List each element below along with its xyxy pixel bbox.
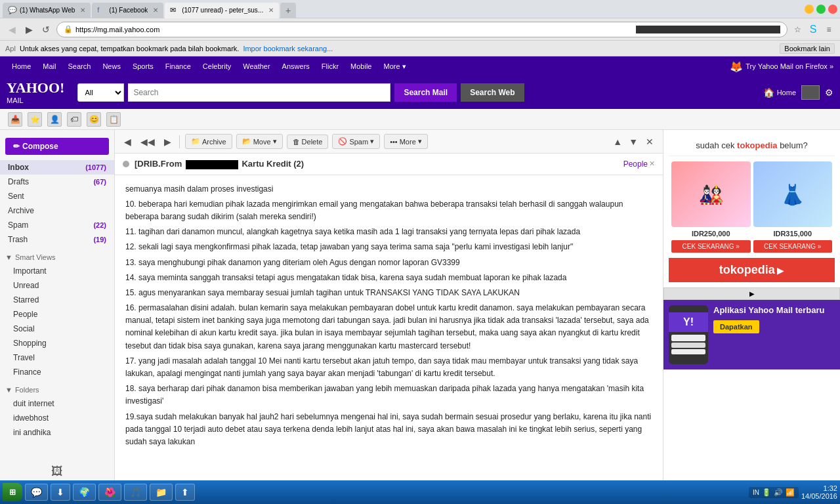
folder-duit[interactable]: duit internet bbox=[0, 396, 114, 411]
apps-icon[interactable]: Apl bbox=[5, 45, 16, 52]
refresh-button[interactable]: ↺ bbox=[39, 23, 52, 36]
address-bar[interactable]: 🔒 bbox=[56, 22, 788, 37]
sidebar-inbox[interactable]: Inbox (1077) bbox=[0, 160, 114, 175]
back-button[interactable]: ◀ bbox=[5, 23, 18, 36]
taskbar-flower[interactable]: 🌺 bbox=[98, 484, 121, 501]
sidebar-drafts[interactable]: Drafts (67) bbox=[0, 175, 114, 189]
smart-view-starred[interactable]: Starred bbox=[0, 293, 114, 307]
star-icon[interactable]: ☆ bbox=[791, 24, 803, 35]
compose-button[interactable]: ✏ Compose bbox=[5, 138, 109, 155]
nav-answers[interactable]: Answers bbox=[277, 60, 315, 73]
emoji-icon-btn[interactable]: 😊 bbox=[87, 112, 101, 127]
smart-view-travel[interactable]: Travel bbox=[0, 350, 114, 365]
import-bookmark-link[interactable]: Impor bookmark sekarang... bbox=[243, 45, 333, 52]
firefox-promo[interactable]: 🦊 Try Yahoo Mail on Firefox » bbox=[730, 60, 833, 73]
close-button[interactable] bbox=[828, 5, 837, 14]
people-close-icon[interactable]: ✕ bbox=[649, 159, 655, 168]
delete-button[interactable]: 🗑 Delete bbox=[287, 135, 329, 149]
nav-sports[interactable]: Sports bbox=[127, 60, 159, 73]
smart-view-important[interactable]: Important bbox=[0, 264, 114, 278]
close-email-button[interactable]: ✕ bbox=[643, 135, 656, 148]
menu-icon[interactable]: ≡ bbox=[823, 24, 835, 35]
taskbar-skype[interactable]: 💬 bbox=[25, 484, 48, 501]
nav-mail[interactable]: Mail bbox=[37, 60, 61, 73]
move-button[interactable]: 📂 Move ▾ bbox=[236, 134, 283, 149]
smart-view-social[interactable]: Social bbox=[0, 322, 114, 336]
minimize-button[interactable] bbox=[805, 5, 814, 14]
people-button[interactable]: People ✕ bbox=[623, 159, 655, 169]
list-icon-btn[interactable]: 📋 bbox=[106, 112, 121, 127]
tokopedia-brand[interactable]: tokopedia bbox=[737, 140, 777, 150]
search-mail-button[interactable]: Search Mail bbox=[394, 83, 457, 102]
nav-mobile[interactable]: Mobile bbox=[345, 60, 377, 73]
back-all-email-button[interactable]: ◀◀ bbox=[138, 135, 158, 148]
tokopedia-logo-container[interactable]: tokopedia ▶ bbox=[669, 258, 835, 282]
new-tab-button[interactable]: + bbox=[280, 3, 296, 18]
home-button[interactable]: 🏠 Home bbox=[763, 87, 796, 98]
contact-icon-btn[interactable]: 👤 bbox=[47, 112, 62, 127]
folders-header[interactable]: ▼ Folders bbox=[0, 383, 114, 396]
tab-close-facebook[interactable]: ✕ bbox=[153, 7, 158, 14]
smart-view-finance[interactable]: Finance bbox=[0, 365, 114, 379]
smart-views-label: Smart Views bbox=[15, 253, 56, 261]
archive-button[interactable]: 📁 Archive bbox=[185, 134, 232, 149]
search-web-button[interactable]: Search Web bbox=[461, 83, 524, 102]
maximize-button[interactable] bbox=[816, 5, 826, 14]
sidebar-archive[interactable]: Archive bbox=[0, 203, 114, 218]
taskbar-chrome[interactable]: 🌍 bbox=[73, 484, 96, 501]
sidebar-trash[interactable]: Trash (19) bbox=[0, 232, 114, 247]
tab-close-whatsapp[interactable]: ✕ bbox=[80, 7, 85, 14]
start-button[interactable]: ⊞ bbox=[3, 483, 22, 501]
finance-label: Finance bbox=[13, 368, 41, 377]
nav-weather[interactable]: Weather bbox=[238, 60, 275, 73]
more-button[interactable]: ••• More ▾ bbox=[384, 134, 428, 149]
prev-email-button[interactable]: ▲ bbox=[610, 135, 625, 148]
settings-icon[interactable]: ⚙ bbox=[825, 87, 833, 98]
inbox-icon-btn[interactable]: 📥 bbox=[8, 112, 22, 127]
body-line-0: semuanya masih dalam proses investigasi bbox=[125, 183, 652, 196]
sidebar-spam[interactable]: Spam (22) bbox=[0, 218, 114, 232]
taskbar-upload[interactable]: ⬆ bbox=[175, 484, 195, 501]
folder-andhika[interactable]: ini andhika bbox=[0, 425, 114, 440]
tab-close-yahoo[interactable]: ✕ bbox=[268, 7, 274, 14]
search-input[interactable] bbox=[128, 83, 390, 102]
folder-idwebhost[interactable]: idwebhost bbox=[0, 411, 114, 425]
skype-icon[interactable]: S bbox=[807, 24, 819, 35]
smart-view-unread[interactable]: Unread bbox=[0, 278, 114, 293]
sidebar-sent[interactable]: Sent bbox=[0, 189, 114, 203]
nav-celebrity[interactable]: Celebrity bbox=[198, 60, 236, 73]
user-avatar[interactable] bbox=[801, 85, 820, 100]
nav-home[interactable]: Home bbox=[7, 60, 36, 73]
forward-email-button[interactable]: ▶ bbox=[161, 135, 174, 148]
tab-whatsapp[interactable]: 💬 (1) WhatsApp Web ✕ bbox=[3, 3, 91, 18]
taskbar-utorrent[interactable]: ⬇ bbox=[51, 484, 70, 501]
product-2-cta-button[interactable]: CEK SEKARANG » bbox=[753, 240, 833, 253]
tab-facebook[interactable]: f (1) Facebook ✕ bbox=[92, 3, 163, 18]
forward-button[interactable]: ▶ bbox=[22, 23, 35, 36]
nav-search[interactable]: Search bbox=[63, 60, 96, 73]
starred-label: Starred bbox=[13, 295, 39, 304]
back-email-button[interactable]: ◀ bbox=[121, 135, 134, 148]
nav-finance[interactable]: Finance bbox=[160, 60, 196, 73]
nav-news[interactable]: News bbox=[97, 60, 126, 73]
taskbar-files[interactable]: 📁 bbox=[150, 484, 173, 501]
ad-expand-button[interactable]: ▶ bbox=[663, 287, 840, 300]
nav-more[interactable]: More ▾ bbox=[378, 60, 411, 74]
taskbar-music[interactable]: 🎵 bbox=[124, 484, 147, 501]
star-icon-btn[interactable]: ⭐ bbox=[28, 112, 42, 127]
smart-view-people[interactable]: People bbox=[0, 307, 114, 322]
product-1-cta-button[interactable]: CEK SEKARANG » bbox=[671, 240, 751, 253]
smart-views-header[interactable]: ▼ Smart Views bbox=[0, 251, 114, 264]
bookmark-other[interactable]: Bookmark lain bbox=[780, 43, 835, 54]
url-input[interactable] bbox=[75, 26, 633, 33]
next-email-button[interactable]: ▼ bbox=[626, 135, 640, 148]
tag-icon-btn[interactable]: 🏷 bbox=[67, 112, 81, 127]
spam-button[interactable]: 🚫 Spam ▾ bbox=[332, 134, 380, 149]
yahoo-app-get-button[interactable]: Dapatkan bbox=[713, 320, 759, 333]
smart-view-shopping[interactable]: Shopping bbox=[0, 336, 114, 350]
tab-yahoo[interactable]: ✉ (1077 unread) - peter_sus... ✕ bbox=[165, 3, 279, 18]
yahoo-app-phone-mockup: Y! bbox=[669, 305, 708, 364]
nav-flickr[interactable]: Flickr bbox=[316, 60, 344, 73]
idwebhost-folder-label: idwebhost bbox=[13, 413, 49, 423]
search-filter-select[interactable]: All People Subject bbox=[77, 83, 124, 102]
